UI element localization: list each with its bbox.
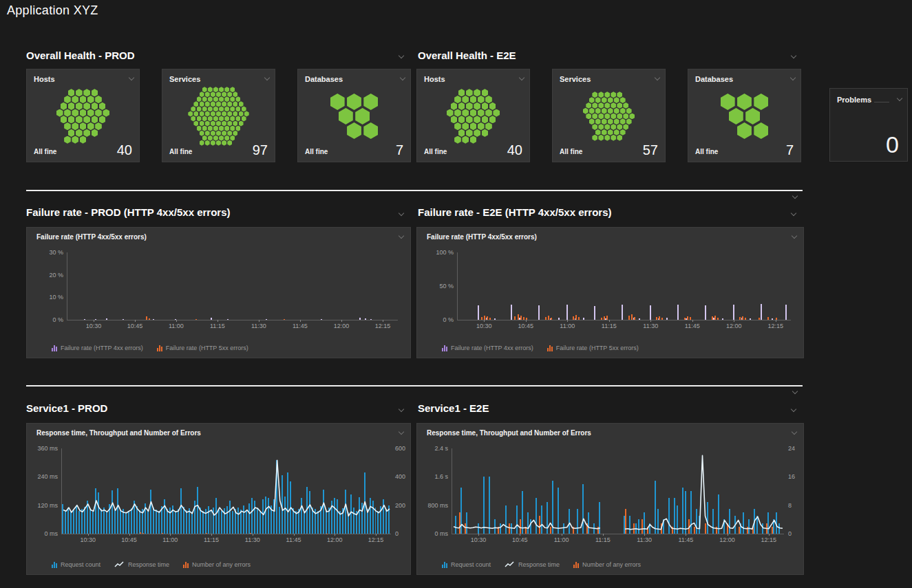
bar: [337, 499, 338, 534]
legend-item[interactable]: Number of any errors: [183, 561, 251, 568]
chevron-down-icon[interactable]: [128, 75, 135, 82]
bar: [221, 511, 222, 534]
hexagon: [598, 124, 604, 130]
hexagon: [230, 106, 235, 111]
hexagon: [462, 109, 469, 117]
chevron-down-icon[interactable]: [518, 75, 525, 82]
bar: [712, 509, 714, 534]
section-title-service1-e2e: Service1 - E2E: [418, 402, 489, 414]
chevron-down-icon[interactable]: [791, 233, 798, 240]
hexagon: [626, 108, 632, 114]
hexagon: [76, 89, 83, 96]
legend-item[interactable]: Response time: [114, 561, 169, 568]
bar: [361, 503, 363, 534]
chevron-down-icon[interactable]: [896, 96, 903, 102]
bar: [109, 504, 110, 534]
hexagon: [76, 102, 83, 110]
legend-item[interactable]: Failure rate (HTTP 4xx errors): [442, 345, 533, 351]
hexagon: [216, 101, 221, 107]
hexagon: [80, 122, 87, 130]
x-axis-tick: [478, 534, 479, 536]
hexagon: [235, 106, 240, 111]
bar: [606, 316, 608, 320]
chevron-down-icon[interactable]: [792, 193, 798, 200]
problems-tile[interactable]: Problems 0: [829, 88, 908, 162]
bar: [551, 318, 552, 320]
bar: [147, 511, 149, 534]
bar: [345, 490, 346, 534]
bar: [284, 497, 286, 534]
bar: [385, 509, 387, 534]
section-divider: [26, 385, 803, 386]
chevron-down-icon[interactable]: [654, 75, 661, 82]
chevron-down-icon[interactable]: [791, 429, 798, 436]
bar: [785, 305, 787, 320]
health-tile-hosts-prod[interactable]: Hosts All fine 40: [26, 69, 140, 162]
hexagon: [592, 124, 597, 130]
bar: [459, 512, 460, 534]
hexagon: [347, 122, 361, 139]
chevron-down-icon[interactable]: [792, 389, 798, 395]
chevron-down-icon[interactable]: [790, 53, 797, 60]
hexagon: [224, 116, 229, 121]
y-axis-label: 0: [395, 530, 399, 537]
hexagon: [205, 140, 210, 146]
x-axis-label: 12:15: [767, 323, 783, 329]
hexagon: [458, 89, 465, 96]
bar: [266, 319, 267, 320]
legend-item[interactable]: Response time: [505, 561, 560, 568]
chart-tile-service1-e2e[interactable]: Response time, Throughput and Number of …: [416, 423, 804, 575]
chevron-down-icon[interactable]: [398, 233, 405, 240]
bar: [625, 509, 626, 534]
hexagon: [211, 91, 215, 97]
y-axis-label: 30 %: [49, 249, 63, 256]
x-axis-label: 11:45: [685, 323, 700, 329]
tile-count: 7: [786, 142, 794, 158]
chevron-down-icon[interactable]: [790, 210, 797, 217]
legend-item[interactable]: Request count: [52, 561, 100, 568]
legend-item[interactable]: Number of any errors: [573, 561, 641, 568]
chart-tile-service1-prod[interactable]: Response time, Throughput and Number of …: [26, 423, 411, 575]
chart-tile-failure-e2e[interactable]: Failure rate (HTTP 4xx/5xx errors) 100 %…: [416, 227, 804, 358]
chevron-down-icon[interactable]: [264, 75, 271, 82]
health-tile-services-e2e[interactable]: Services All fine 57: [552, 69, 666, 162]
bar: [776, 318, 777, 320]
legend-item[interactable]: Failure rate (HTTP 5xx errors): [547, 345, 639, 351]
bar: [573, 316, 574, 320]
chevron-down-icon[interactable]: [398, 53, 405, 60]
chevron-down-icon[interactable]: [398, 210, 405, 217]
section-divider: [26, 190, 803, 191]
chevron-down-icon[interactable]: [398, 429, 405, 436]
bar: [76, 505, 77, 534]
chevron-down-icon[interactable]: [398, 406, 405, 413]
hexagon: [95, 96, 102, 103]
legend-item[interactable]: Failure rate (HTTP 4xx errors): [52, 345, 143, 351]
x-axis-label: 12:15: [368, 536, 384, 543]
chevron-down-icon[interactable]: [789, 75, 796, 82]
health-tile-services-prod[interactable]: Services All fine 97: [162, 69, 275, 162]
chevron-down-icon[interactable]: [399, 75, 406, 82]
chevron-down-icon[interactable]: [790, 406, 797, 413]
bar: [742, 316, 743, 320]
hexagon: [242, 106, 246, 111]
health-tile-databases-prod[interactable]: Databases All fine 7: [297, 69, 411, 162]
bar: [301, 498, 302, 534]
hexagon: [193, 111, 198, 116]
x-axis-tick: [300, 320, 301, 322]
hexagon: [233, 121, 237, 127]
bar: [601, 318, 602, 320]
hexagon: [754, 94, 768, 110]
chart-tile-failure-prod[interactable]: Failure rate (HTTP 4xx/5xx errors) 30 %2…: [26, 227, 411, 358]
health-tile-databases-e2e[interactable]: Databases All fine 7: [688, 69, 801, 162]
bar: [541, 505, 542, 534]
legend-item[interactable]: Request count: [442, 561, 491, 568]
bar: [752, 527, 754, 534]
y-axis-label: 8: [788, 502, 792, 509]
hexagon: [99, 116, 106, 123]
legend-item[interactable]: Failure rate (HTTP 5xx errors): [157, 345, 248, 351]
bar: [375, 508, 377, 534]
health-tile-hosts-e2e[interactable]: Hosts All fine 40: [416, 69, 530, 162]
tile-count: 57: [643, 142, 658, 158]
hexagon-grid: [27, 86, 139, 146]
bar: [103, 508, 105, 534]
